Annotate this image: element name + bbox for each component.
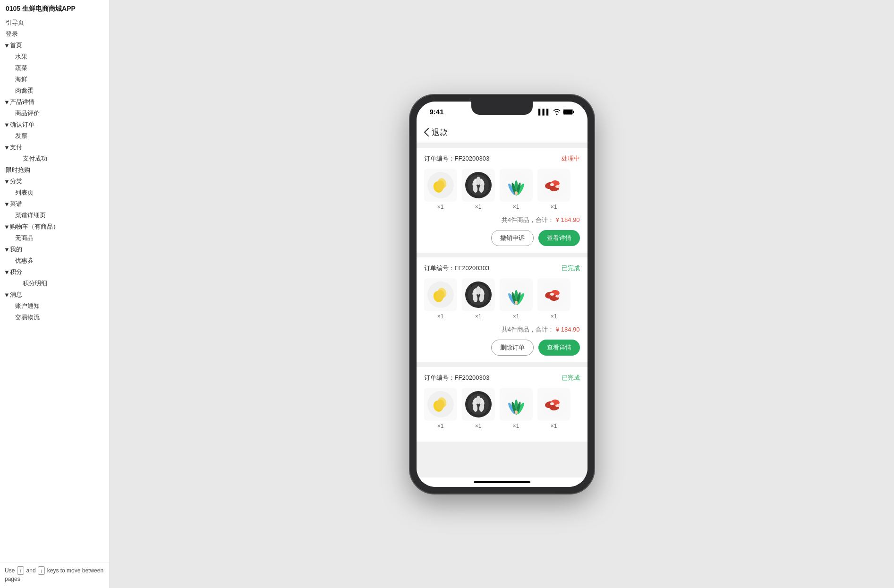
svg-point-49 bbox=[550, 293, 554, 296]
nav-bar: 退款 bbox=[417, 122, 587, 143]
sidebar-label: 优惠券 bbox=[15, 256, 34, 265]
sidebar-item-login[interactable]: 登录 bbox=[0, 28, 109, 40]
order-total-1: ¥ 184.90 bbox=[556, 216, 580, 223]
phone-notch bbox=[471, 102, 533, 115]
item-image-veggie bbox=[500, 169, 533, 202]
item-qty: ×1 bbox=[551, 423, 557, 429]
item-image-lemon bbox=[424, 169, 457, 202]
sidebar-item-points-detail[interactable]: 积分明细 bbox=[0, 278, 109, 289]
sidebar-item-pay-success[interactable]: 支付成功 bbox=[0, 153, 109, 164]
sidebar-label: 蔬菜 bbox=[15, 64, 27, 72]
sidebar-item-veggie[interactable]: 蔬菜 bbox=[0, 62, 109, 74]
sidebar-item-home[interactable]: ▼ 首页 bbox=[0, 40, 109, 51]
cancel-complaint-button[interactable]: 撤销申诉 bbox=[491, 230, 534, 246]
sidebar-label: 菜谱 bbox=[10, 200, 22, 208]
sidebar-label: 支付成功 bbox=[23, 154, 47, 163]
sidebar-item-points[interactable]: ▼ 积分 bbox=[0, 266, 109, 278]
order-item: ×1 bbox=[537, 278, 570, 320]
sidebar-item-category[interactable]: ▼ 分类 bbox=[0, 176, 109, 187]
order-number-value: FF20200303 bbox=[455, 264, 490, 272]
item-qty: ×1 bbox=[513, 423, 519, 429]
order-footer-1: 共4件商品，合计： ¥ 184.90 bbox=[424, 216, 580, 224]
order-actions-1: 撤销申诉 查看详情 bbox=[424, 230, 580, 246]
expand-arrow: ▼ bbox=[4, 269, 10, 276]
svg-point-59 bbox=[476, 396, 481, 404]
svg-point-73 bbox=[550, 402, 554, 405]
item-qty: ×1 bbox=[437, 204, 444, 210]
sidebar-item-fruit[interactable]: 水果 bbox=[0, 51, 109, 62]
signal-icon: ▌▌▌ bbox=[538, 109, 551, 115]
svg-point-26 bbox=[555, 185, 560, 188]
order-number-2: 订单编号：FF20200303 bbox=[424, 264, 490, 273]
order-footer-2: 共4件商品，合计： ¥ 184.90 bbox=[424, 325, 580, 334]
sidebar-item-invoice[interactable]: 发票 bbox=[0, 130, 109, 142]
order-status-3: 已完成 bbox=[562, 374, 580, 382]
order-items-1: ×1 bbox=[424, 169, 580, 210]
sidebar-label: 肉禽蛋 bbox=[15, 86, 34, 95]
sidebar-label: 分类 bbox=[10, 177, 22, 186]
sidebar-label: 菜谱详细页 bbox=[15, 211, 46, 220]
sidebar-label: 水果 bbox=[15, 52, 27, 61]
sidebar-label: 积分明细 bbox=[23, 279, 47, 288]
sidebar-item-product-review[interactable]: 商品评价 bbox=[0, 108, 109, 119]
item-qty: ×1 bbox=[513, 204, 519, 210]
sidebar-item-confirm-order[interactable]: ▼ 确认订单 bbox=[0, 119, 109, 130]
order-item: ×1 bbox=[462, 388, 495, 429]
status-time: 9:41 bbox=[430, 108, 444, 116]
order-item: ×1 bbox=[500, 388, 533, 429]
sidebar-item-seafood[interactable]: 海鲜 bbox=[0, 74, 109, 85]
order-header-2: 订单编号：FF20200303 已完成 bbox=[424, 264, 580, 273]
sidebar-item-mine[interactable]: ▼ 我的 bbox=[0, 244, 109, 255]
sidebar-item-list[interactable]: 列表页 bbox=[0, 187, 109, 198]
item-qty: ×1 bbox=[513, 313, 519, 320]
expand-arrow: ▼ bbox=[4, 291, 10, 298]
sidebar-label: 商品评价 bbox=[15, 109, 40, 118]
sidebar-item-coupon[interactable]: 优惠券 bbox=[0, 255, 109, 266]
sidebar-item-trade-logistics[interactable]: 交易物流 bbox=[0, 312, 109, 323]
sidebar-item-message[interactable]: ▼ 消息 bbox=[0, 289, 109, 300]
sidebar-item-flash-sale[interactable]: 限时抢购 bbox=[0, 164, 109, 176]
order-item: ×1 bbox=[462, 278, 495, 320]
order-number-label: 订单编号： bbox=[424, 155, 455, 162]
svg-rect-20 bbox=[515, 191, 518, 195]
sidebar-item-recipe[interactable]: ▼ 菜谱 bbox=[0, 198, 109, 210]
sidebar-item-meat[interactable]: 肉禽蛋 bbox=[0, 85, 109, 96]
sidebar-item-recipe-detail[interactable]: 菜谱详细页 bbox=[0, 210, 109, 221]
expand-arrow: ▼ bbox=[4, 42, 10, 49]
view-detail-button-1[interactable]: 查看详情 bbox=[538, 230, 580, 246]
svg-point-11 bbox=[476, 177, 481, 185]
view-detail-button-2[interactable]: 查看详情 bbox=[538, 340, 580, 356]
sidebar-item-account-notify[interactable]: 账户通知 bbox=[0, 300, 109, 312]
down-key: ↓ bbox=[38, 566, 45, 575]
sidebar-item-cart[interactable]: ▼ 购物车（有商品） bbox=[0, 221, 109, 232]
sidebar-label: 发票 bbox=[15, 132, 27, 140]
expand-arrow: ▼ bbox=[4, 99, 10, 106]
order-actions-2: 删除订单 查看详情 bbox=[424, 340, 580, 356]
wifi-icon bbox=[553, 109, 561, 115]
sidebar-item-cart-empty[interactable]: 无商品 bbox=[0, 232, 109, 244]
svg-rect-68 bbox=[515, 410, 518, 414]
sidebar-scroll[interactable]: 引导页 登录 ▼ 首页 水果 蔬菜 海鲜 肉禽蛋 ▼ bbox=[0, 17, 109, 562]
order-number-label: 订单编号： bbox=[424, 374, 455, 381]
expand-arrow: ▼ bbox=[4, 144, 10, 151]
sidebar-item-product-detail[interactable]: ▼ 产品详情 bbox=[0, 96, 109, 108]
item-image-meat bbox=[537, 388, 570, 421]
svg-point-50 bbox=[555, 295, 560, 298]
delete-order-button[interactable]: 删除订单 bbox=[491, 340, 534, 356]
svg-rect-1 bbox=[573, 111, 574, 113]
content-scroll[interactable]: 订单编号：FF20200303 处理中 bbox=[417, 143, 587, 477]
sidebar-label: 无商品 bbox=[15, 234, 34, 242]
sidebar-label: 引导页 bbox=[6, 18, 24, 27]
sidebar-item-pay[interactable]: ▼ 支付 bbox=[0, 142, 109, 153]
home-indicator-bar bbox=[474, 481, 530, 483]
order-items-2: ×1 ×1 ×1 bbox=[424, 278, 580, 320]
item-image-meat bbox=[537, 169, 570, 202]
item-image-shrimp bbox=[462, 388, 495, 421]
item-image-shrimp bbox=[462, 278, 495, 311]
back-button[interactable] bbox=[424, 128, 429, 136]
order-item: ×1 bbox=[462, 169, 495, 210]
item-image-veggie bbox=[500, 278, 533, 311]
order-item: ×1 bbox=[537, 388, 570, 429]
meat-svg bbox=[540, 171, 568, 199]
sidebar-item-intro[interactable]: 引导页 bbox=[0, 17, 109, 28]
